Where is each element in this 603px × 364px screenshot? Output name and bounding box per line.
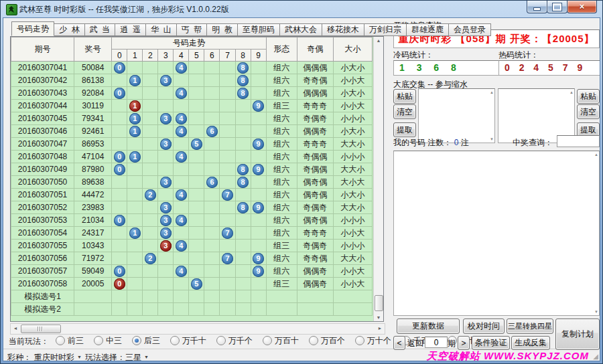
extract-left-button[interactable]: 提取 [393,122,416,137]
number-cell: 23983 [74,201,112,214]
vertical-scroll-thumb[interactable] [375,295,383,311]
maximize-button[interactable] [547,1,567,13]
play-option-7[interactable]: 万十个 [355,335,391,347]
play-option-0[interactable]: 前三 [56,335,84,347]
table-row[interactable]: 2016030704692461146组六偶偶奇小大小 [11,125,373,138]
check-time-button[interactable]: 校对时间 [463,318,505,334]
convert-3to4-button[interactable]: 三星转换四星 [507,318,553,334]
digit-cell: 4 [174,151,189,163]
title-bar[interactable]: 武林至尊 时时彩版 -- 任我笑傲江湖，独步彩坛 V1.0.0.22版 × [1,1,602,17]
table-row[interactable]: 2016030705424317137组六奇奇奇小小大 [11,227,373,240]
tab-9[interactable]: 移花接木 [322,23,364,36]
prev-period-button[interactable]: < [393,336,405,350]
play-option-3[interactable]: 万千十 [170,335,206,347]
generate-inverse-button[interactable]: 生成反集 [511,336,550,350]
scroll-right-icon[interactable]: ► [375,324,385,333]
resize-grip[interactable]: ◢ [593,353,598,360]
tab-10[interactable]: 万剑归宗 [364,23,407,36]
tab-8[interactable]: 武林大会 [279,23,322,36]
win-query-input[interactable] [557,135,600,147]
clear-left-button[interactable]: 清空 [393,104,416,119]
paste-right-button[interactable]: 粘贴 [577,89,600,104]
digit-cell [189,265,204,278]
table-row[interactable]: 2016030704987980089组六奇偶偶大大小 [11,163,373,176]
verify-condition-button[interactable]: 条件验证 [472,336,510,350]
number-cell: 20005 [74,278,112,290]
scroll-down-icon[interactable]: ▼ [490,137,494,141]
tab-5[interactable]: 丐 帮 [176,23,208,36]
tab-12[interactable]: 会员登录 [448,23,491,36]
my-numbers-textarea[interactable]: ▲ ▼ [393,151,600,316]
scroll-left-icon[interactable]: ◄ [11,324,20,333]
scroll-up-icon[interactable]: ▲ [490,90,494,94]
digit-cell: 0 [112,87,127,100]
clear-right-button[interactable]: 清空 [577,104,600,119]
tab-11[interactable]: 群雄逐鹿 [406,23,449,36]
scroll-up-icon[interactable]: ▲ [594,153,598,157]
parity-cell: 奇偶奇 [297,240,333,252]
lottery-type-select[interactable]: 重庆时时彩▼ [34,352,82,361]
play-option-5[interactable]: 万百十 [263,335,299,347]
table-row[interactable]: 2016030705089638368组六偶奇偶大小大 [11,176,373,189]
tab-2[interactable]: 武 当 [84,23,116,36]
table-row[interactable]: 201603070551034334组三奇偶奇小小小 [11,240,373,252]
paste-left-button[interactable]: 粘贴 [393,89,416,104]
table-row[interactable]: 2016030704579341134组六奇偶奇小小小 [11,112,373,125]
update-data-button[interactable]: 更新数据 [397,318,460,334]
table-row[interactable]: 2016030705144472247组六偶奇偶小大小 [11,189,373,201]
play-option-6[interactable]: 万百个 [309,335,345,347]
digit-cell: 6 [204,125,220,138]
copy-plan-button[interactable]: 复制计划 [555,318,600,350]
horizontal-scroll-thumb[interactable] [21,325,61,333]
horizontal-scrollbar[interactable]: ◄ ► [10,323,385,335]
table-row[interactable]: 201603070582000505组三偶偶奇小小大 [11,278,373,290]
table-row[interactable]: 2016030705223983389组六奇偶奇大大小 [11,201,373,214]
method-select[interactable]: 三星▼ [125,352,149,361]
table-row[interactable]: 2016030704286138138组六奇奇偶小小大 [11,74,373,87]
play-option-1[interactable]: 中三 [94,335,122,347]
sim-row[interactable]: 模拟选号2 [11,303,373,316]
form-cell: 组三 [266,100,297,112]
table-row[interactable]: 2016030704786953359组六奇奇奇大大小 [11,138,373,151]
pool-textarea-left[interactable]: ▲ ▼ [418,88,495,143]
tab-4[interactable]: 华 山 [145,23,177,36]
tab-7[interactable]: 至尊胆码 [237,23,280,36]
lottery-type-label: 彩种： [7,352,31,361]
number-ball: 7 [222,227,233,239]
close-button[interactable]: × [567,1,597,13]
back-periods-input[interactable] [425,337,448,348]
table-row[interactable]: 2016030705321034034组六偶奇偶小小小 [11,214,373,227]
number-cell: 44472 [74,189,112,201]
digit-cell: 3 [158,201,174,214]
radio-icon [94,336,103,345]
table-row[interactable]: 2016030704150084048组六偶偶偶小大小 [11,62,373,74]
tab-6[interactable]: 明 教 [206,23,238,36]
table-row[interactable]: 2016030704847104014组六奇偶偶小小小 [11,151,373,163]
scroll-down-icon[interactable]: ▼ [374,315,383,320]
form-cell: 组六 [266,74,297,87]
minimize-button[interactable] [527,1,547,13]
digit-cell [235,240,251,252]
parity-cell: 奇奇奇 [297,100,333,112]
vertical-scrollbar[interactable]: ▲ ▼ [373,37,383,321]
tab-3[interactable]: 逍 遥 [115,23,146,36]
tab-1[interactable]: 少 林 [54,23,85,36]
play-option-2[interactable]: 后三 [132,335,160,347]
digit-cell [112,303,127,316]
scroll-up-icon[interactable]: ▲ [570,90,574,94]
size-cell: 小小小 [333,240,372,252]
size-cell: 小小大 [333,265,372,278]
table-row[interactable]: 2016030704392084048组六偶偶偶小大小 [11,87,373,100]
digit-cell [235,227,251,240]
scroll-down-icon[interactable]: ▼ [594,310,598,314]
digit-cell [251,189,266,201]
play-option-4[interactable]: 万千个 [216,335,253,347]
sim-row[interactable]: 模拟选号1 [11,290,373,303]
tab-0[interactable]: 号码走势 [11,21,54,36]
next-period-button[interactable]: > [458,336,470,350]
table-row[interactable]: 2016030705671972279组六奇奇偶大大小 [11,252,373,265]
table-row[interactable]: 2016030705759049049组六偶偶奇小小大 [11,265,373,278]
digit-cell: 4 [174,240,189,252]
scroll-up-icon[interactable]: ▲ [374,38,383,43]
table-row[interactable]: 201603070443011919组三奇奇奇小小大 [11,100,373,112]
